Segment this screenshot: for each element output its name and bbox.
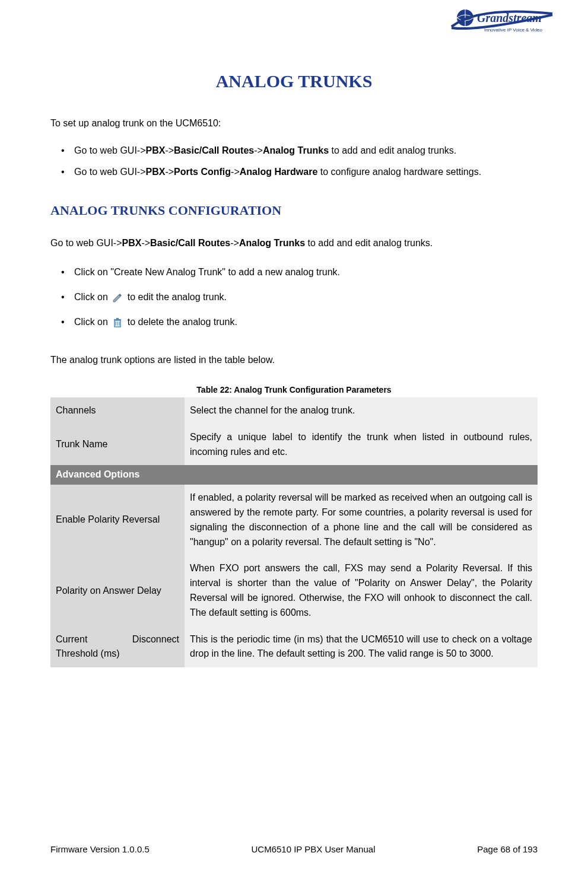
section-title: ANALOG TRUNKS CONFIGURATION: [50, 203, 538, 218]
list-item: Click on to edit the analog trunk.: [50, 290, 538, 304]
table-section-header: Advanced Options: [50, 465, 538, 485]
svg-rect-4: [114, 319, 121, 320]
intro-text: To set up analog trunk on the UCM6510:: [50, 118, 538, 129]
param-name: Trunk Name: [50, 424, 185, 466]
list-item: Go to web GUI->PBX->Ports Config->Analog…: [50, 165, 538, 179]
list-item: Click on to delete the analog trunk.: [50, 315, 538, 329]
table-row: Polarity on Answer Delay When FXO port a…: [50, 555, 538, 626]
param-desc: This is the periodic time (in ms) that t…: [185, 626, 538, 668]
table-row: Trunk Name Specify a unique label to ide…: [50, 424, 538, 466]
trash-delete-icon: [112, 317, 123, 328]
paragraph: The analog trunk options are listed in t…: [50, 353, 538, 367]
param-name: Channels: [50, 397, 185, 424]
section-intro: Go to web GUI->PBX->Basic/Call Routes->A…: [50, 236, 538, 250]
footer-page-number: Page 68 of 193: [477, 844, 538, 854]
svg-text:Grandstream: Grandstream: [477, 11, 542, 24]
svg-rect-5: [116, 318, 119, 319]
list-item: Go to web GUI->PBX->Basic/Call Routes->A…: [50, 144, 538, 158]
table-row: Channels Select the channel for the anal…: [50, 397, 538, 424]
param-desc: Select the channel for the analog trunk.: [185, 397, 538, 424]
param-desc: Specify a unique label to identify the t…: [185, 424, 538, 466]
svg-text:Innovative IP Voice & Video: Innovative IP Voice & Video: [484, 27, 543, 33]
table-row: Enable Polarity Reversal If enabled, a p…: [50, 485, 538, 555]
intro-bullets: Go to web GUI->PBX->Basic/Call Routes->A…: [50, 144, 538, 179]
page-footer: Firmware Version 1.0.0.5 UCM6510 IP PBX …: [50, 844, 538, 854]
page-title: ANALOG TRUNKS: [50, 71, 538, 91]
param-name: Enable Polarity Reversal: [50, 485, 185, 555]
footer-doc-title: UCM6510 IP PBX User Manual: [252, 844, 376, 854]
pencil-edit-icon: [112, 292, 123, 303]
config-table: Channels Select the channel for the anal…: [50, 397, 538, 667]
param-name: Current Disconnect Threshold (ms): [50, 626, 185, 668]
param-name: Polarity on Answer Delay: [50, 555, 185, 626]
param-desc: When FXO port answers the call, FXS may …: [185, 555, 538, 626]
table-caption: Table 22: Analog Trunk Configuration Par…: [50, 385, 538, 394]
step-bullets: Click on "Create New Analog Trunk" to ad…: [50, 265, 538, 329]
footer-firmware: Firmware Version 1.0.0.5: [50, 844, 150, 854]
table-row: Current Disconnect Threshold (ms) This i…: [50, 626, 538, 668]
param-desc: If enabled, a polarity reversal will be …: [185, 485, 538, 555]
brand-logo: Grandstream Innovative IP Voice & Video: [449, 3, 555, 36]
list-item: Click on "Create New Analog Trunk" to ad…: [50, 265, 538, 279]
